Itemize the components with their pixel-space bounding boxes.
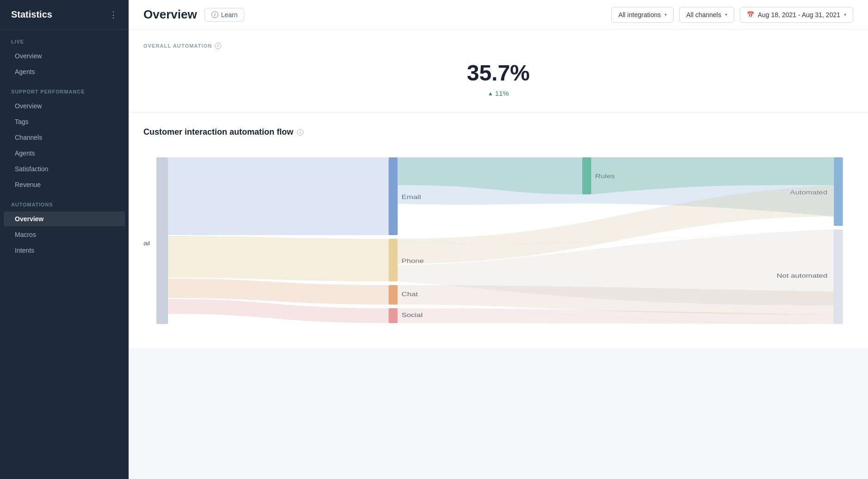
total-node <box>156 157 168 324</box>
sankey-title: Customer interaction automation flow i <box>143 127 853 137</box>
sidebar-title: Statistics <box>11 9 52 20</box>
sidebar-section-live: LIVE <box>0 30 129 48</box>
flow-total-email <box>168 157 389 235</box>
page-title: Overview <box>143 7 197 22</box>
automation-value: 35.7% <box>143 60 853 86</box>
sankey-svg: Total Email Phone Chat Social <box>143 148 853 333</box>
content-area: OVERALL AUTOMATION i 35.7% ▲ 11% Custome… <box>129 30 868 479</box>
total-label: Total <box>143 240 150 246</box>
sankey-diagram: Total Email Phone Chat Social <box>143 148 853 333</box>
not-automated-node <box>834 230 843 324</box>
sidebar-item-sp-overview[interactable]: Overview <box>4 99 125 113</box>
sidebar-header: Statistics ⋮ <box>0 0 129 30</box>
learn-button[interactable]: i Learn <box>205 8 245 22</box>
automation-change: ▲ 11% <box>143 89 853 97</box>
automation-change-value: 11% <box>495 89 509 97</box>
sidebar-item-live-overview[interactable]: Overview <box>4 49 125 63</box>
up-arrow-icon: ▲ <box>488 90 493 97</box>
sidebar-item-sp-agents[interactable]: Agents <box>4 146 125 161</box>
integrations-filter[interactable]: All integrations ▾ <box>611 7 674 23</box>
overall-automation-section: OVERALL AUTOMATION i 35.7% ▲ 11% <box>129 30 868 112</box>
calendar-icon: 📅 <box>747 11 754 18</box>
sidebar-item-sp-revenue[interactable]: Revenue <box>4 177 125 192</box>
overall-automation-label: OVERALL AUTOMATION i <box>143 43 853 49</box>
sidebar-item-live-agents[interactable]: Agents <box>4 64 125 79</box>
sankey-section: Customer interaction automation flow i T… <box>129 112 868 348</box>
channels-label: All channels <box>686 11 721 19</box>
sidebar-menu-icon[interactable]: ⋮ <box>109 10 118 20</box>
chevron-down-icon: ▾ <box>725 12 727 17</box>
email-node <box>389 157 398 235</box>
topbar-right: All integrations ▾ All channels ▾ 📅 Aug … <box>611 7 853 23</box>
automated-node <box>834 157 843 226</box>
date-range-filter[interactable]: 📅 Aug 18, 2021 - Aug 31, 2021 ▾ <box>740 7 853 23</box>
sidebar-item-sp-channels[interactable]: Channels <box>4 130 125 145</box>
channels-filter[interactable]: All channels ▾ <box>679 7 734 23</box>
chevron-down-icon: ▾ <box>664 12 667 17</box>
info-circle-icon: i <box>211 11 218 18</box>
chevron-down-icon: ▾ <box>844 12 846 17</box>
overall-automation-info-icon[interactable]: i <box>215 43 221 49</box>
sidebar-item-auto-macros[interactable]: Macros <box>4 227 125 242</box>
social-node <box>389 308 398 323</box>
sidebar-item-sp-tags[interactable]: Tags <box>4 114 125 129</box>
sidebar: Statistics ⋮ LIVE Overview Agents SUPPOR… <box>0 0 129 479</box>
sidebar-item-auto-overview[interactable]: Overview <box>4 212 125 226</box>
chat-node <box>389 285 398 305</box>
topbar-left: Overview i Learn <box>143 7 244 22</box>
main-content: Overview i Learn All integrations ▾ All … <box>129 0 868 479</box>
sidebar-section-automations: AUTOMATIONS <box>0 193 129 211</box>
topbar: Overview i Learn All integrations ▾ All … <box>129 0 868 30</box>
date-range-label: Aug 18, 2021 - Aug 31, 2021 <box>758 11 840 19</box>
flow-total-phone <box>168 236 389 281</box>
phone-node <box>389 239 398 281</box>
sidebar-section-support: SUPPORT PERFORMANCE <box>0 80 129 98</box>
sidebar-item-auto-intents[interactable]: Intents <box>4 243 125 258</box>
learn-label: Learn <box>221 11 238 19</box>
integrations-label: All integrations <box>618 11 661 19</box>
sankey-info-icon[interactable]: i <box>297 129 304 136</box>
sidebar-item-sp-satisfaction[interactable]: Satisfaction <box>4 162 125 176</box>
